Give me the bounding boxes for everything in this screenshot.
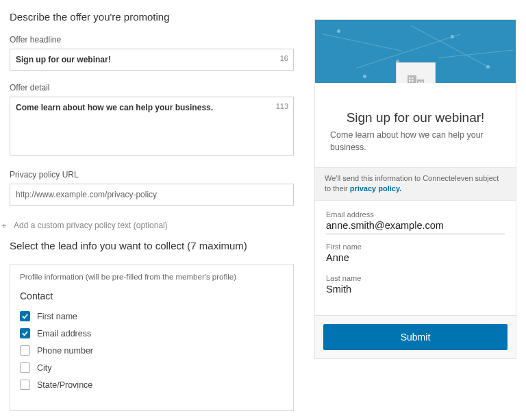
contact-title: Contact xyxy=(20,291,284,301)
checkbox[interactable] xyxy=(20,311,30,321)
preview-detail: Come learn about how we can help your bu… xyxy=(329,129,502,153)
svg-rect-9 xyxy=(421,82,423,83)
submit-button[interactable]: Submit xyxy=(323,324,508,350)
field-row: State/Province xyxy=(20,380,284,390)
last-name-label: Last name xyxy=(326,274,505,282)
email-field[interactable]: anne.smith@example.com xyxy=(326,220,505,234)
add-custom-privacy-link[interactable]: Add a custom privacy policy text (option… xyxy=(10,221,168,230)
plus-icon[interactable]: + xyxy=(1,221,7,230)
field-row: Email address xyxy=(20,328,284,338)
describe-title: Describe the offer you're promoting xyxy=(10,11,294,23)
checkbox[interactable] xyxy=(20,362,30,373)
headline-char-count: 16 xyxy=(280,54,288,62)
svg-rect-5 xyxy=(412,80,414,82)
detail-char-count: 113 xyxy=(276,102,288,110)
checkbox[interactable] xyxy=(20,328,30,338)
email-label: Email address xyxy=(326,210,505,219)
checkbox-label: City xyxy=(37,363,52,373)
checkbox-label: State/Province xyxy=(37,380,92,390)
company-logo-icon xyxy=(396,62,436,83)
last-name-field[interactable]: Smith xyxy=(326,284,505,297)
preview-hero xyxy=(315,20,516,83)
privacy-policy-link[interactable]: privacy policy. xyxy=(350,184,402,193)
svg-rect-2 xyxy=(409,77,411,79)
privacy-url-label: Privacy policy URL xyxy=(10,170,294,180)
offer-detail-input[interactable] xyxy=(10,97,294,156)
field-row: First name xyxy=(20,311,284,321)
offer-headline-input[interactable] xyxy=(10,49,294,71)
preview-headline: Sign up for our webinar! xyxy=(329,110,502,125)
preview-card: Sign up for our webinar! Come learn abou… xyxy=(314,19,516,359)
first-name-label: First name xyxy=(326,243,505,251)
checkbox[interactable] xyxy=(20,345,30,356)
checkbox[interactable] xyxy=(20,380,30,390)
checkbox-label: First name xyxy=(37,312,77,321)
profile-hint: Profile information (will be pre-filled … xyxy=(20,273,284,281)
select-lead-title: Select the lead info you want to collect… xyxy=(10,240,294,251)
first-name-field[interactable]: Anne xyxy=(326,252,505,266)
privacy-url-input[interactable] xyxy=(10,184,294,206)
svg-rect-4 xyxy=(409,80,411,82)
field-row: City xyxy=(20,362,284,373)
checkbox-label: Phone number xyxy=(37,346,93,356)
svg-rect-3 xyxy=(412,77,414,79)
offer-detail-label: Offer detail xyxy=(10,83,294,92)
checkbox-label: Email address xyxy=(37,329,91,338)
field-row: Phone number xyxy=(20,345,284,356)
preview-privacy-text: We'll send this information to Connectel… xyxy=(315,167,516,201)
profile-info-box: Profile information (will be pre-filled … xyxy=(10,264,294,411)
offer-headline-label: Offer headline xyxy=(10,35,294,45)
svg-rect-8 xyxy=(418,82,421,83)
